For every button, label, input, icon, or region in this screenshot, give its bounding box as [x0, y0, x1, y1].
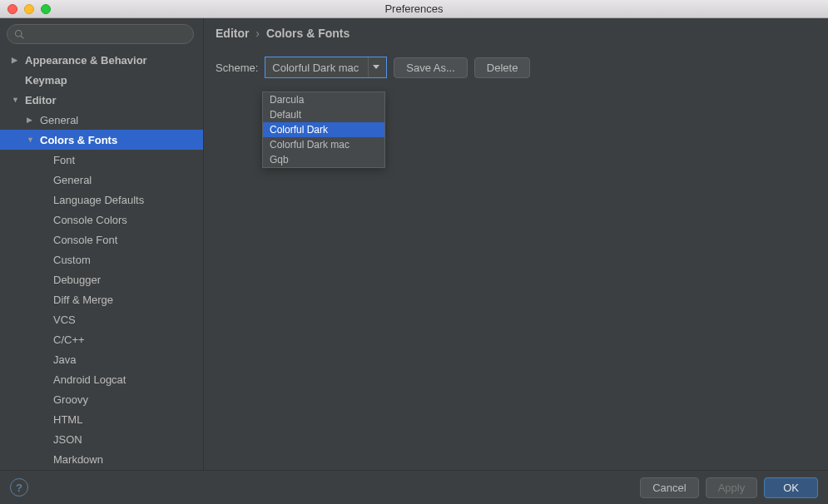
dropdown-toggle[interactable] [368, 57, 383, 77]
tree-item[interactable]: HTML [0, 409, 203, 429]
ok-button[interactable]: OK [764, 477, 818, 498]
tree-item[interactable]: JSON [0, 429, 203, 449]
search-wrap [0, 18, 203, 50]
sidebar: ▶Appearance & Behavior Keymap▼Editor▶Gen… [0, 18, 204, 470]
scheme-dropdown[interactable]: Colorful Dark mac [265, 57, 387, 78]
breadcrumb: Editor › Colors & Fonts [216, 27, 816, 40]
expand-arrow-icon: ▶ [27, 116, 37, 124]
tree-item-label: Keymap [25, 74, 67, 86]
minimize-window-button[interactable] [24, 4, 34, 14]
settings-tree: ▶Appearance & Behavior Keymap▼Editor▶Gen… [0, 50, 203, 470]
footer: ? Cancel Apply OK [0, 470, 828, 504]
tree-item-label: Console Colors [53, 214, 127, 226]
tree-item[interactable]: ▶Appearance & Behavior [0, 50, 203, 70]
tree-item[interactable]: ▼Editor [0, 90, 203, 110]
svg-point-0 [16, 31, 22, 37]
window-title: Preferences [0, 2, 828, 15]
breadcrumb-part[interactable]: Editor [216, 27, 249, 40]
help-button[interactable]: ? [10, 478, 28, 497]
collapse-arrow-icon: ▼ [12, 96, 22, 104]
tree-item[interactable]: Console Colors [0, 210, 203, 230]
tree-item-label: VCS [53, 314, 76, 326]
close-window-button[interactable] [7, 4, 17, 14]
tree-item-label: Language Defaults [53, 194, 144, 206]
zoom-window-button[interactable] [41, 4, 51, 14]
tree-item-label: Appearance & Behavior [25, 54, 147, 67]
search-icon [14, 29, 24, 39]
tree-item[interactable]: Java [0, 349, 203, 369]
search-input[interactable] [7, 24, 194, 44]
tree-item-label: Console Font [53, 234, 117, 246]
tree-item[interactable]: Debugger [0, 269, 203, 289]
chevron-down-icon [373, 65, 379, 70]
tree-item-label: Custom [53, 254, 91, 266]
scheme-option[interactable]: Colorful Dark [263, 122, 384, 137]
cancel-button[interactable]: Cancel [640, 477, 698, 498]
breadcrumb-separator-icon: › [255, 27, 260, 40]
tree-item[interactable]: Font [0, 150, 203, 170]
scheme-option[interactable]: Darcula [263, 92, 384, 107]
save-as-button[interactable]: Save As... [394, 57, 468, 78]
tree-item[interactable]: Markdown [0, 449, 203, 469]
tree-item-label: HTML [53, 413, 82, 426]
tree-item-label: Colors & Fonts [40, 134, 117, 146]
tree-item[interactable]: C/C++ [0, 329, 203, 349]
tree-item[interactable]: Console Font [0, 230, 203, 250]
apply-button[interactable]: Apply [706, 477, 758, 498]
tree-item[interactable]: General [0, 170, 203, 190]
tree-item-label: C/C++ [53, 334, 85, 346]
scheme-option[interactable]: Gqb [263, 152, 384, 167]
tree-item-label: Android Logcat [53, 373, 126, 386]
scheme-option[interactable]: Default [263, 107, 384, 122]
tree-item[interactable]: ▶General [0, 110, 203, 130]
tree-item[interactable]: Custom [0, 250, 203, 269]
content-area: ▶Appearance & Behavior Keymap▼Editor▶Gen… [0, 18, 828, 470]
tree-item[interactable]: Language Defaults [0, 190, 203, 210]
tree-item-label: General [40, 114, 78, 126]
tree-item-label: General [53, 174, 92, 186]
tree-item-label: Debugger [53, 274, 101, 286]
breadcrumb-part[interactable]: Colors & Fonts [266, 27, 350, 40]
tree-item-label: Diff & Merge [53, 294, 113, 306]
tree-item-label: Font [53, 154, 75, 166]
tree-item-label: Markdown [53, 453, 103, 466]
tree-item-label: Java [53, 353, 76, 366]
scheme-selected-value: Colorful Dark mac [272, 62, 368, 74]
arrow-placeholder [12, 76, 22, 84]
svg-line-1 [21, 36, 23, 38]
tree-item[interactable]: Keymap [0, 70, 203, 90]
main-panel: Editor › Colors & Fonts Scheme: Colorful… [204, 18, 828, 470]
tree-item[interactable]: Android Logcat [0, 369, 203, 389]
tree-item-label: JSON [53, 433, 82, 446]
scheme-dropdown-menu: DarculaDefaultColorful DarkColorful Dark… [262, 91, 385, 168]
scheme-label: Scheme: [216, 62, 258, 74]
tree-item[interactable]: VCS [0, 309, 203, 329]
scheme-option[interactable]: Colorful Dark mac [263, 137, 384, 152]
scheme-row: Scheme: Colorful Dark mac Save As... Del… [216, 57, 816, 78]
delete-button[interactable]: Delete [474, 57, 531, 78]
tree-item-label: Editor [25, 94, 57, 106]
collapse-arrow-icon: ▼ [27, 136, 37, 144]
titlebar: Preferences [0, 0, 828, 18]
traffic-lights [0, 4, 51, 14]
expand-arrow-icon: ▶ [12, 56, 22, 64]
tree-item[interactable]: Diff & Merge [0, 289, 203, 309]
tree-item-label: Groovy [53, 393, 88, 406]
tree-item[interactable]: Groovy [0, 389, 203, 409]
help-icon: ? [16, 482, 22, 494]
tree-item[interactable]: ▼Colors & Fonts [0, 130, 203, 150]
